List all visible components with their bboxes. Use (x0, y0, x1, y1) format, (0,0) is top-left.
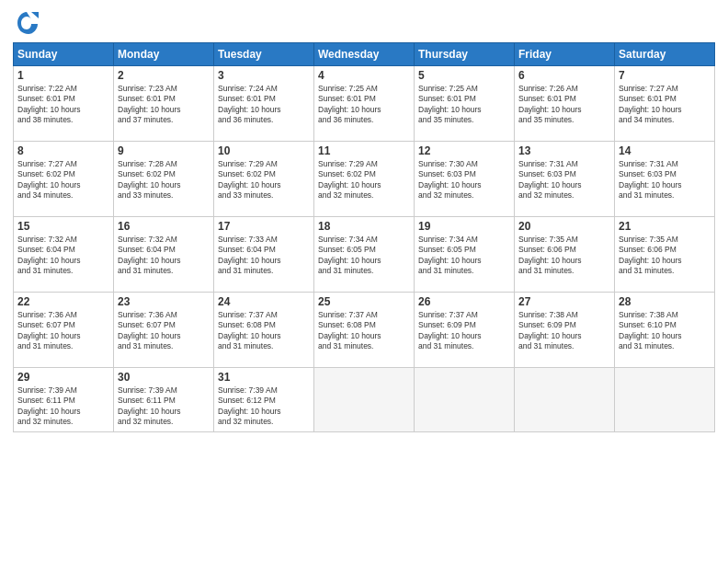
day-number: 28 (619, 295, 711, 308)
weekday-header-row: SundayMondayTuesdayWednesdayThursdayFrid… (14, 43, 715, 66)
calendar-week-row: 29Sunrise: 7:39 AM Sunset: 6:11 PM Dayli… (14, 368, 715, 432)
day-number: 4 (318, 69, 410, 82)
calendar-cell: 4Sunrise: 7:25 AM Sunset: 6:01 PM Daylig… (314, 66, 415, 142)
calendar-cell: 11Sunrise: 7:29 AM Sunset: 6:02 PM Dayli… (314, 142, 415, 217)
day-number: 25 (318, 295, 410, 308)
page-container: SundayMondayTuesdayWednesdayThursdayFrid… (0, 0, 728, 442)
day-info: Sunrise: 7:38 AM Sunset: 6:09 PM Dayligh… (518, 310, 610, 352)
calendar-cell: 21Sunrise: 7:35 AM Sunset: 6:06 PM Dayli… (615, 217, 715, 293)
calendar-cell (415, 368, 515, 432)
day-number: 30 (118, 371, 210, 384)
weekday-header: Saturday (615, 43, 715, 66)
calendar-cell: 10Sunrise: 7:29 AM Sunset: 6:02 PM Dayli… (214, 142, 314, 217)
calendar-cell: 25Sunrise: 7:37 AM Sunset: 6:08 PM Dayli… (314, 293, 415, 368)
day-info: Sunrise: 7:37 AM Sunset: 6:08 PM Dayligh… (218, 310, 310, 352)
day-info: Sunrise: 7:37 AM Sunset: 6:09 PM Dayligh… (418, 310, 510, 352)
day-number: 19 (418, 220, 510, 233)
day-info: Sunrise: 7:24 AM Sunset: 6:01 PM Dayligh… (218, 84, 310, 126)
day-number: 13 (518, 144, 610, 157)
day-number: 6 (518, 69, 610, 82)
day-info: Sunrise: 7:27 AM Sunset: 6:01 PM Dayligh… (619, 84, 711, 126)
day-number: 26 (418, 295, 510, 308)
day-info: Sunrise: 7:31 AM Sunset: 6:03 PM Dayligh… (518, 159, 610, 201)
day-info: Sunrise: 7:39 AM Sunset: 6:11 PM Dayligh… (118, 385, 210, 428)
calendar-week-row: 22Sunrise: 7:36 AM Sunset: 6:07 PM Dayli… (14, 293, 715, 368)
day-number: 8 (17, 144, 109, 157)
calendar-cell: 30Sunrise: 7:39 AM Sunset: 6:11 PM Dayli… (114, 368, 214, 432)
calendar-cell: 22Sunrise: 7:36 AM Sunset: 6:07 PM Dayli… (14, 293, 114, 368)
day-info: Sunrise: 7:39 AM Sunset: 6:12 PM Dayligh… (218, 385, 310, 428)
calendar-cell (314, 368, 415, 432)
day-info: Sunrise: 7:31 AM Sunset: 6:03 PM Dayligh… (619, 159, 711, 201)
calendar-cell: 27Sunrise: 7:38 AM Sunset: 6:09 PM Dayli… (515, 293, 615, 368)
day-info: Sunrise: 7:23 AM Sunset: 6:01 PM Dayligh… (118, 84, 210, 126)
calendar-cell: 29Sunrise: 7:39 AM Sunset: 6:11 PM Dayli… (14, 368, 114, 432)
calendar-cell: 9Sunrise: 7:28 AM Sunset: 6:02 PM Daylig… (114, 142, 214, 217)
calendar-cell: 1Sunrise: 7:22 AM Sunset: 6:01 PM Daylig… (14, 66, 114, 142)
day-number: 15 (17, 220, 109, 233)
day-number: 12 (418, 144, 510, 157)
day-info: Sunrise: 7:22 AM Sunset: 6:01 PM Dayligh… (17, 84, 109, 126)
calendar-cell: 14Sunrise: 7:31 AM Sunset: 6:03 PM Dayli… (615, 142, 715, 217)
day-number: 17 (218, 220, 310, 233)
day-number: 20 (518, 220, 610, 233)
day-number: 23 (118, 295, 210, 308)
day-number: 24 (218, 295, 310, 308)
weekday-header: Wednesday (314, 43, 415, 66)
calendar-cell: 13Sunrise: 7:31 AM Sunset: 6:03 PM Dayli… (515, 142, 615, 217)
day-info: Sunrise: 7:35 AM Sunset: 6:06 PM Dayligh… (518, 235, 610, 277)
day-info: Sunrise: 7:33 AM Sunset: 6:04 PM Dayligh… (218, 235, 310, 277)
day-info: Sunrise: 7:36 AM Sunset: 6:07 PM Dayligh… (17, 310, 109, 352)
day-number: 21 (619, 220, 711, 233)
weekday-header: Thursday (415, 43, 515, 66)
day-info: Sunrise: 7:34 AM Sunset: 6:05 PM Dayligh… (318, 235, 410, 277)
calendar-cell: 19Sunrise: 7:34 AM Sunset: 6:05 PM Dayli… (415, 217, 515, 293)
calendar-cell: 12Sunrise: 7:30 AM Sunset: 6:03 PM Dayli… (415, 142, 515, 217)
day-info: Sunrise: 7:36 AM Sunset: 6:07 PM Dayligh… (118, 310, 210, 352)
calendar-cell: 17Sunrise: 7:33 AM Sunset: 6:04 PM Dayli… (214, 217, 314, 293)
day-info: Sunrise: 7:39 AM Sunset: 6:11 PM Dayligh… (17, 385, 109, 428)
day-info: Sunrise: 7:35 AM Sunset: 6:06 PM Dayligh… (619, 235, 711, 277)
day-info: Sunrise: 7:25 AM Sunset: 6:01 PM Dayligh… (418, 84, 510, 126)
logo (13, 9, 44, 37)
day-number: 5 (418, 69, 510, 82)
day-number: 29 (17, 371, 109, 384)
day-info: Sunrise: 7:38 AM Sunset: 6:10 PM Dayligh… (619, 310, 711, 352)
calendar-cell: 5Sunrise: 7:25 AM Sunset: 6:01 PM Daylig… (415, 66, 515, 142)
day-info: Sunrise: 7:25 AM Sunset: 6:01 PM Dayligh… (318, 84, 410, 126)
weekday-header: Monday (114, 43, 214, 66)
day-number: 31 (218, 371, 310, 384)
day-number: 9 (118, 144, 210, 157)
day-number: 14 (619, 144, 711, 157)
weekday-header: Friday (515, 43, 615, 66)
day-number: 18 (318, 220, 410, 233)
calendar-cell (615, 368, 715, 432)
calendar-cell (515, 368, 615, 432)
calendar-week-row: 15Sunrise: 7:32 AM Sunset: 6:04 PM Dayli… (14, 217, 715, 293)
calendar-cell: 6Sunrise: 7:26 AM Sunset: 6:01 PM Daylig… (515, 66, 615, 142)
day-number: 27 (518, 295, 610, 308)
day-info: Sunrise: 7:27 AM Sunset: 6:02 PM Dayligh… (17, 159, 109, 201)
calendar-cell: 3Sunrise: 7:24 AM Sunset: 6:01 PM Daylig… (214, 66, 314, 142)
calendar-cell: 2Sunrise: 7:23 AM Sunset: 6:01 PM Daylig… (114, 66, 214, 142)
day-number: 16 (118, 220, 210, 233)
day-number: 7 (619, 69, 711, 82)
calendar-cell: 15Sunrise: 7:32 AM Sunset: 6:04 PM Dayli… (14, 217, 114, 293)
calendar-cell: 8Sunrise: 7:27 AM Sunset: 6:02 PM Daylig… (14, 142, 114, 217)
weekday-header: Tuesday (214, 43, 314, 66)
calendar-week-row: 1Sunrise: 7:22 AM Sunset: 6:01 PM Daylig… (14, 66, 715, 142)
day-info: Sunrise: 7:28 AM Sunset: 6:02 PM Dayligh… (118, 159, 210, 201)
calendar-cell: 18Sunrise: 7:34 AM Sunset: 6:05 PM Dayli… (314, 217, 415, 293)
day-number: 11 (318, 144, 410, 157)
day-info: Sunrise: 7:30 AM Sunset: 6:03 PM Dayligh… (418, 159, 510, 201)
calendar-cell: 7Sunrise: 7:27 AM Sunset: 6:01 PM Daylig… (615, 66, 715, 142)
header (13, 9, 715, 37)
calendar: SundayMondayTuesdayWednesdayThursdayFrid… (13, 42, 715, 432)
calendar-cell: 24Sunrise: 7:37 AM Sunset: 6:08 PM Dayli… (214, 293, 314, 368)
day-info: Sunrise: 7:29 AM Sunset: 6:02 PM Dayligh… (318, 159, 410, 201)
logo-icon (13, 9, 40, 37)
day-number: 10 (218, 144, 310, 157)
calendar-cell: 20Sunrise: 7:35 AM Sunset: 6:06 PM Dayli… (515, 217, 615, 293)
day-number: 22 (17, 295, 109, 308)
calendar-cell: 28Sunrise: 7:38 AM Sunset: 6:10 PM Dayli… (615, 293, 715, 368)
